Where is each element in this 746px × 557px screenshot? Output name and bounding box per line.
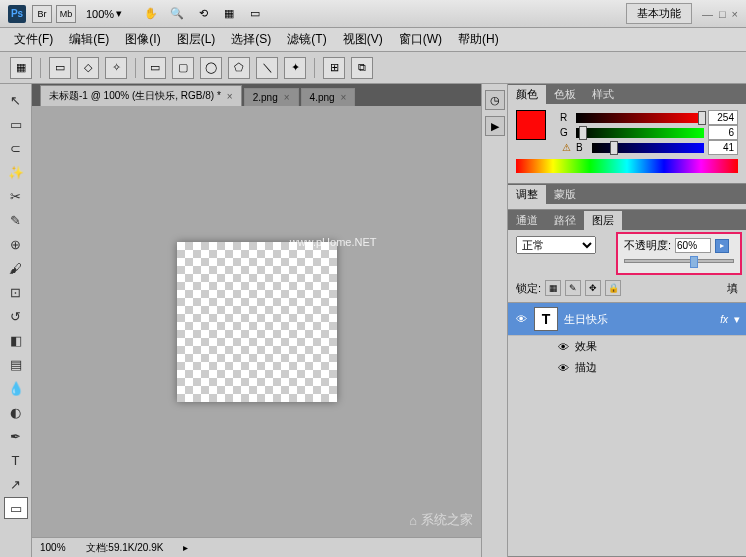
actions-panel-icon[interactable]: ▶ <box>485 116 505 136</box>
visibility-icon[interactable]: 👁 <box>514 312 528 326</box>
tab-color[interactable]: 颜色 <box>508 85 546 104</box>
shape-rect-icon[interactable]: ▭ <box>144 57 166 79</box>
shape-tool-icon[interactable]: ▭ <box>4 497 28 519</box>
blend-mode-select[interactable]: 正常 <box>516 236 596 254</box>
opacity-flyout-icon[interactable]: ▸ <box>715 239 729 253</box>
lock-all-icon[interactable]: 🔒 <box>605 280 621 296</box>
tab-swatches[interactable]: 色板 <box>546 85 584 104</box>
status-zoom[interactable]: 100% <box>40 542 66 553</box>
close-icon[interactable]: × <box>227 91 233 102</box>
menu-view[interactable]: 视图(V) <box>335 28 391 51</box>
status-arrow-icon[interactable]: ▸ <box>183 542 188 553</box>
wand-tool-icon[interactable]: ✨ <box>4 161 28 183</box>
menu-help[interactable]: 帮助(H) <box>450 28 507 51</box>
doc-tab-3[interactable]: 4.png × <box>301 88 356 106</box>
fx-badge[interactable]: fx <box>720 314 728 325</box>
foreground-swatch[interactable] <box>516 110 546 140</box>
maximize-icon[interactable]: □ <box>719 8 726 20</box>
text-layer-thumb[interactable]: T <box>534 307 558 331</box>
tab-channels[interactable]: 通道 <box>508 211 546 230</box>
menu-file[interactable]: 文件(F) <box>6 28 61 51</box>
lasso-tool-icon[interactable]: ⊂ <box>4 137 28 159</box>
layer-row[interactable]: 👁 T 生日快乐 fx ▾ <box>508 303 746 336</box>
tab-adjustments[interactable]: 调整 <box>508 185 546 204</box>
menu-select[interactable]: 选择(S) <box>223 28 279 51</box>
doc-tab-active[interactable]: 未标题-1 @ 100% (生日快乐, RGB/8) * × <box>40 85 242 106</box>
transform-rect-icon[interactable]: ▭ <box>49 57 71 79</box>
type-tool-icon[interactable]: T <box>4 449 28 471</box>
pen-tool-icon[interactable]: ✒ <box>4 425 28 447</box>
tab-paths[interactable]: 路径 <box>546 211 584 230</box>
chevron-down-icon[interactable]: ▾ <box>734 313 740 326</box>
eye-icon[interactable]: 👁 <box>558 341 569 353</box>
minibridge-icon[interactable]: Mb <box>56 5 76 23</box>
rotate-icon[interactable]: ⟲ <box>194 5 212 23</box>
stroke-row[interactable]: 👁 描边 <box>508 357 746 378</box>
brush-tool-icon[interactable]: 🖌 <box>4 257 28 279</box>
color-ramp[interactable] <box>516 159 738 173</box>
b-slider[interactable] <box>592 143 704 153</box>
hand-icon[interactable]: ✋ <box>142 5 160 23</box>
heal-tool-icon[interactable]: ⊕ <box>4 233 28 255</box>
blur-tool-icon[interactable]: 💧 <box>4 377 28 399</box>
opacity-slider[interactable] <box>624 259 734 263</box>
lock-transparent-icon[interactable]: ▦ <box>545 280 561 296</box>
marquee-tool-icon[interactable]: ▭ <box>4 113 28 135</box>
screen-mode-icon[interactable]: ▭ <box>246 5 264 23</box>
effects-row[interactable]: 👁 效果 <box>508 336 746 357</box>
tab-mask[interactable]: 蒙版 <box>546 185 584 204</box>
canvas[interactable]: www.pHome.NET <box>177 242 337 402</box>
eye-icon[interactable]: 👁 <box>558 362 569 374</box>
close-icon[interactable]: × <box>341 92 347 103</box>
shape-polygon-icon[interactable]: ⬠ <box>228 57 250 79</box>
menu-image[interactable]: 图像(I) <box>117 28 168 51</box>
menu-layer[interactable]: 图层(L) <box>169 28 224 51</box>
shape-roundrect-icon[interactable]: ▢ <box>172 57 194 79</box>
arrange-icon[interactable]: ▦ <box>220 5 238 23</box>
combine-icon[interactable]: ⧉ <box>351 57 373 79</box>
anchor-icon[interactable]: ✧ <box>105 57 127 79</box>
lock-pixels-icon[interactable]: ✎ <box>565 280 581 296</box>
dropdown-icon[interactable]: ▾ <box>116 7 122 20</box>
shape-ellipse-icon[interactable]: ◯ <box>200 57 222 79</box>
zoom-icon[interactable]: 🔍 <box>168 5 186 23</box>
gamut-warning-icon[interactable]: ⚠ <box>560 142 572 154</box>
shape-line-icon[interactable]: ＼ <box>256 57 278 79</box>
bridge-icon[interactable]: Br <box>32 5 52 23</box>
dodge-tool-icon[interactable]: ◐ <box>4 401 28 423</box>
tab-styles[interactable]: 样式 <box>584 85 622 104</box>
crop-tool-icon[interactable]: ✂ <box>4 185 28 207</box>
eyedropper-tool-icon[interactable]: ✎ <box>4 209 28 231</box>
opacity-slider-thumb[interactable] <box>690 256 698 268</box>
history-panel-icon[interactable]: ◷ <box>485 90 505 110</box>
lock-position-icon[interactable]: ✥ <box>585 280 601 296</box>
gradient-tool-icon[interactable]: ▤ <box>4 353 28 375</box>
menu-edit[interactable]: 编辑(E) <box>61 28 117 51</box>
tab-layers[interactable]: 图层 <box>584 211 622 230</box>
path-tool-icon[interactable]: ↗ <box>4 473 28 495</box>
minimize-icon[interactable]: — <box>702 8 713 20</box>
zoom-select[interactable]: 100% <box>86 8 114 20</box>
b-value[interactable]: 41 <box>708 140 738 155</box>
move-tool-icon[interactable]: ↖ <box>4 89 28 111</box>
close-icon[interactable]: × <box>284 92 290 103</box>
g-slider[interactable] <box>576 128 704 138</box>
history-brush-icon[interactable]: ↺ <box>4 305 28 327</box>
r-value[interactable]: 254 <box>708 110 738 125</box>
layer-name[interactable]: 生日快乐 <box>564 312 714 327</box>
stamp-tool-icon[interactable]: ⊡ <box>4 281 28 303</box>
shape-custom-icon[interactable]: ✦ <box>284 57 306 79</box>
canvas-wrap[interactable]: www.pHome.NET ⌂ 系统之家 <box>32 106 481 537</box>
opacity-input[interactable] <box>675 238 711 253</box>
menu-window[interactable]: 窗口(W) <box>391 28 450 51</box>
r-slider[interactable] <box>576 113 704 123</box>
eraser-tool-icon[interactable]: ◧ <box>4 329 28 351</box>
g-value[interactable]: 6 <box>708 125 738 140</box>
transform-modes-icon[interactable]: ◇ <box>77 57 99 79</box>
doc-tab-2[interactable]: 2.png × <box>244 88 299 106</box>
menu-filter[interactable]: 滤镜(T) <box>279 28 334 51</box>
close-icon[interactable]: × <box>732 8 738 20</box>
tool-preset-icon[interactable]: ▦ <box>10 57 32 79</box>
align-icon[interactable]: ⊞ <box>323 57 345 79</box>
workspace-button[interactable]: 基本功能 <box>626 3 692 24</box>
